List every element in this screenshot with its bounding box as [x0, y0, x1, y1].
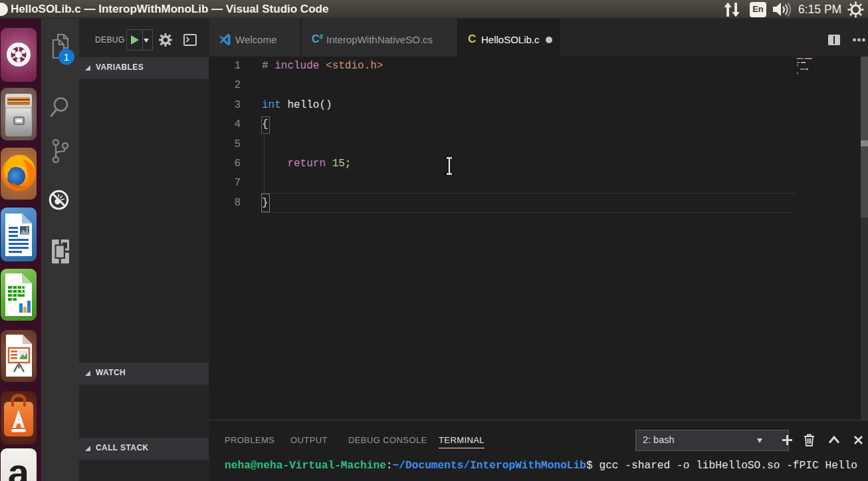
svg-text:1: 1	[64, 51, 69, 63]
